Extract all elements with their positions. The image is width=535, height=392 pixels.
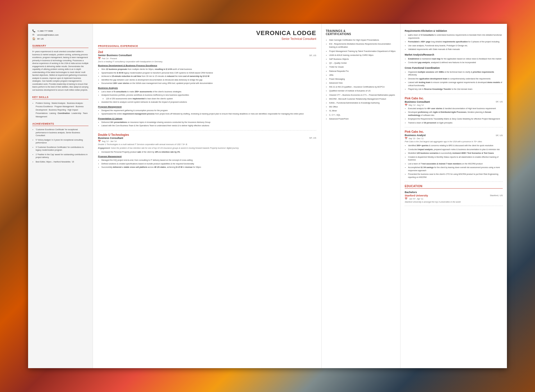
presentation-list: Delivered 10+ presentations on insurance… — [98, 121, 316, 127]
divider — [405, 127, 503, 127]
req-bullet-item: Executed analysis for 40+ user stories &… — [408, 107, 503, 110]
education-heading: EDUCATION — [405, 185, 503, 189]
pink2-dates-text: Sep '10 - Dec '11 — [409, 137, 424, 139]
req-bullet-item: Presented the business case to the clien… — [408, 173, 503, 179]
dut-engagement: Engagement: Solve the problem of low ret… — [98, 147, 316, 149]
prof-exp-heading: PROFESSIONAL EXPERIENCE — [98, 45, 316, 48]
pink1-location: SF, US — [496, 100, 503, 103]
divider — [405, 182, 503, 182]
bullet-item: Analyzed business portfolio, process wor… — [101, 94, 316, 100]
dut-dates: 📅 Aug '12 - Jan '14 — [98, 140, 316, 143]
market-analysis-title: Market Analysis/Research — [405, 53, 503, 56]
calendar-icon: 📅 — [98, 57, 101, 60]
prog-mgmt-list: Designed the requirement gathering & con… — [98, 109, 316, 116]
skills-list: Problem Solving · Market Analysis · Busi… — [32, 102, 88, 118]
achievement-item: Best Editor, Wipro – Hartford Newsletter… — [36, 161, 88, 164]
resume-title: Senior Technical Consultant — [98, 37, 316, 40]
training-item: C, C++, SQL — [329, 113, 396, 116]
pink2-description: Pink Cabs is the 2nd largest cab-aggrega… — [405, 141, 503, 143]
edu-location: Stanford, US — [490, 194, 503, 197]
training-item: ESI - Requirements Elicitation/ Business… — [329, 42, 396, 49]
pink1-title-row: Business Consultant SF, US — [405, 100, 503, 103]
calendar-icon: 📅 — [405, 104, 407, 106]
edu-school-row: Stanford University Stanford, US — [405, 194, 503, 197]
zed-description: Zed is a leading IT consultancy corporat… — [98, 61, 316, 63]
req-bullet-item: Modelled 120 business scenarios & succes… — [408, 152, 503, 155]
biz-analysis-list: Led a team of 5 consultants to make 250+… — [98, 90, 316, 104]
bullet-item: Successfully delivered a viable cross se… — [101, 166, 316, 169]
pink2-list: Identified 300+ queries & concerns relat… — [405, 144, 503, 179]
bullet-item: Defined solutions & created specificatio… — [101, 162, 316, 166]
cross-functional-title: Cross Functional Coordination — [405, 67, 503, 69]
dut-prog-mgmt-title: Program Management — [98, 155, 316, 158]
training-item: Advanced Visio — [329, 81, 396, 84]
req-bullet-item: Conducted gap analysis, analyzed & defin… — [408, 61, 503, 64]
req-bullet-item: Accomplished $ 2 M savings for the clien… — [408, 166, 503, 172]
trainings-panel: TRAININGS &CERTIFICATIONS Dale Carnegie … — [322, 24, 400, 368]
summary-section: SUMMARY 6+ years experienced & result or… — [32, 44, 88, 91]
pink1-job-title: Business Consultant — [405, 100, 430, 103]
location-icon: 🏠 — [32, 37, 36, 40]
edu-degree: Bachelors — [405, 191, 503, 194]
zed-dates-text: Feb '14 - Present — [102, 58, 117, 59]
achievements-list: 'Customer Excellence Certificate' for ex… — [32, 128, 88, 163]
phone-icon: 📞 — [32, 29, 36, 32]
training-item: Project Management Training by Talent Tr… — [329, 50, 396, 53]
bullet-item: Designed the requirement gathering & con… — [101, 109, 316, 112]
training-item: Rational Requisite Pro — [329, 70, 396, 73]
req-bullet-item: Formulated a 400+ page long detailed req… — [408, 40, 503, 43]
achievements-heading: ACHIEVEMENTS — [32, 122, 88, 126]
location-text: SF, US — [37, 38, 44, 40]
bullet-item: Identified the gap between user stories … — [101, 79, 316, 82]
zed-title-row: Senior Business Consultant SF, US — [98, 54, 316, 57]
key-skills-section: KEY SKILLS Problem Solving · Market Anal… — [32, 96, 88, 118]
bullet-item: Increased the Personal Property product … — [101, 151, 316, 154]
calendar-icon: 📅 — [98, 140, 101, 143]
edu-dates-text: Jun '07 - Apr '11 — [409, 198, 423, 200]
req-elicitation-title: Requirements Elicitation & Validation — [405, 29, 503, 32]
req-bullet-item: Trained a team of 30 personnel on Agile … — [408, 122, 503, 125]
training-item: LEAN & AGILE training conducted by CHRD … — [329, 54, 396, 57]
req-bullet-item: Led a team of 3 Consultants to understan… — [408, 34, 503, 40]
pink2-title-row: Business Analyst SF, US — [405, 134, 503, 137]
training-item: Cleared CT7 – Business Economics & CT1 –… — [329, 93, 396, 97]
dut-title-row: Business Consultant SF, US — [98, 137, 316, 139]
divider — [98, 130, 316, 130]
prog-mgmt-title: Program Management — [98, 106, 316, 108]
sub-bullet-list: 120 of 250 assessments were implemented … — [101, 97, 316, 100]
req-bullet-item: Created & dispatched Weekly & Monthly St… — [408, 156, 503, 162]
req-bullet-item: Validated requirements with State manual… — [408, 48, 503, 51]
training-item: KANA – Functional Administration & Knowl… — [329, 101, 396, 104]
bottom-divider — [405, 206, 503, 206]
location-item: 🏠 SF, US — [32, 37, 88, 40]
bullet-item: Led a team of 5 consultants to make 250+… — [101, 90, 316, 93]
achievement-item: 5 'Victory badges' in 3 years for except… — [36, 139, 88, 145]
training-item: Advanced PowerPoint — [329, 117, 396, 120]
bullet-item: Spearheaded the entire requirement manag… — [101, 113, 316, 116]
req-elicitation-list: Led a team of 3 Consultants to understan… — [405, 34, 503, 51]
training-item: SAP Business Objects — [329, 58, 396, 61]
training-item: Dale Carnegie Certification for High Imp… — [329, 38, 396, 42]
training-item: TOAD for Oracle — [329, 65, 396, 68]
req-bullet-item: Conducted impact analysis, prepared appr… — [408, 148, 503, 151]
key-skills-heading: KEY SKILLS — [32, 96, 88, 99]
company-double-u: Double U Technologies — [98, 133, 316, 136]
req-bullet-item: Liaised with testing team to ensure comp… — [408, 81, 503, 87]
training-item: JIRA — [329, 74, 396, 77]
pink2-location: SF, US — [496, 134, 503, 137]
zed-location: SF, US — [309, 54, 316, 57]
email-text: veronica@hiration.com — [37, 34, 59, 36]
resume-document: 📞 +1 888 777 6666 ✉ veronica@hiration.co… — [28, 24, 507, 368]
dut-job-title: Business Consultant — [98, 137, 123, 139]
training-item: MS Office — [329, 105, 396, 108]
phone-text: +1 888 777 6666 — [37, 30, 53, 32]
calendar-icon: 📅 — [405, 137, 407, 140]
pink1-list: Executed analysis for 40+ user stories &… — [405, 107, 503, 125]
middle-panel: VERONICA LODGE Senior Technical Consulta… — [93, 24, 322, 368]
dut-prog-mgmt-list: Managed the IHQ project end-to-end, from… — [98, 159, 316, 169]
trainings-list: Dale Carnegie Certification for High Imp… — [326, 38, 396, 120]
training-item: XL Miner — [329, 109, 396, 112]
training-item: INS 21 & INS 23 qualified – Insurance Ce… — [329, 85, 396, 88]
pink1-dates-text: May '12 - Aug '12 — [409, 104, 424, 106]
pink-cabs-1-company: Pink Cabs Inc. — [405, 97, 503, 100]
